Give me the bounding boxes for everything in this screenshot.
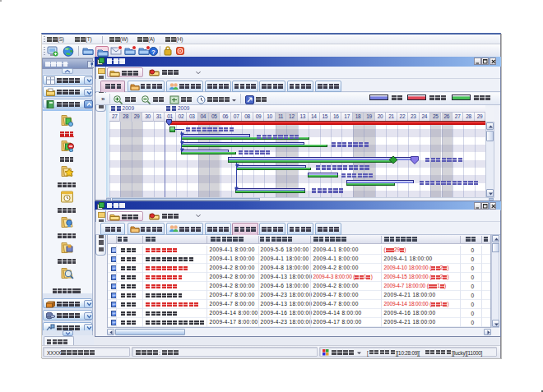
svg-text:?: ? <box>151 48 155 55</box>
